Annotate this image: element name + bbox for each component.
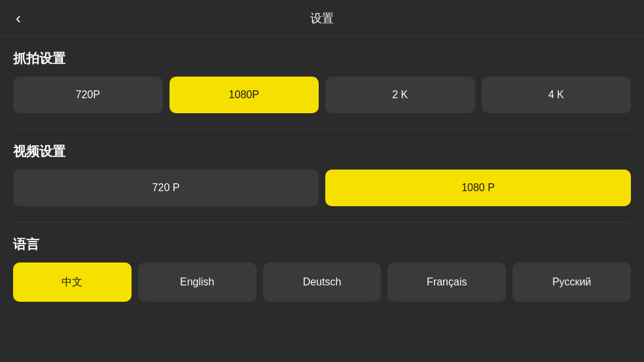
video-720p-btn[interactable]: 720 P <box>13 170 319 206</box>
language-section-title: 语言 <box>13 236 631 253</box>
language-button-row: 中文 English Deutsch Français Русский <box>13 262 631 302</box>
capture-720p-btn[interactable]: 720P <box>13 77 163 113</box>
lang-english-btn[interactable]: English <box>138 262 257 302</box>
video-section: 视频设置 720 P 1080 P <box>13 143 631 206</box>
capture-1080p-btn[interactable]: 1080P <box>170 77 319 113</box>
language-section: 语言 中文 English Deutsch Français Русский <box>13 236 631 302</box>
lang-chinese-btn[interactable]: 中文 <box>13 262 132 302</box>
capture-section: 抓拍设置 720P 1080P 2 K 4 K <box>13 50 631 113</box>
capture-2k-btn[interactable]: 2 K <box>325 77 475 113</box>
capture-section-title: 抓拍设置 <box>13 50 631 67</box>
lang-russian-btn[interactable]: Русский <box>512 262 631 302</box>
capture-button-row: 720P 1080P 2 K 4 K <box>13 77 631 113</box>
header-title: 设置 <box>310 10 334 26</box>
lang-francais-btn[interactable]: Français <box>387 262 506 302</box>
capture-4k-btn[interactable]: 4 K <box>482 77 632 113</box>
video-button-row: 720 P 1080 P <box>13 170 631 206</box>
back-button[interactable]: ‹ <box>10 4 26 33</box>
lang-deutsch-btn[interactable]: Deutsch <box>263 262 382 302</box>
content: 抓拍设置 720P 1080P 2 K 4 K 视频设置 720 P 1080 … <box>0 37 644 331</box>
header: ‹ 设置 <box>0 0 644 37</box>
video-section-title: 视频设置 <box>13 143 631 160</box>
video-1080p-btn[interactable]: 1080 P <box>325 170 631 206</box>
